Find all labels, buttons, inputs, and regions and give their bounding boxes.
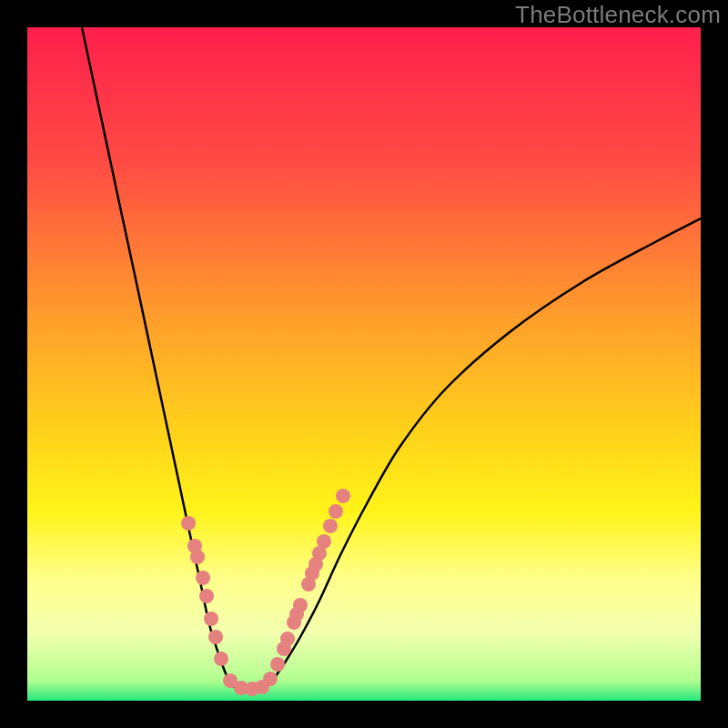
curve-group: [82, 27, 701, 689]
dot-group: [181, 489, 350, 696]
curve-right-branch: [264, 218, 701, 689]
data-dot: [280, 632, 295, 646]
data-dot: [190, 550, 205, 564]
chart-frame: [27, 27, 701, 701]
data-dot: [270, 657, 285, 672]
data-dot: [336, 489, 350, 503]
data-dot: [317, 534, 331, 549]
curve-left-branch: [82, 27, 237, 689]
data-dot: [199, 589, 214, 603]
data-dot: [181, 516, 196, 531]
data-dot: [208, 630, 223, 644]
data-dot: [196, 571, 210, 585]
data-dot: [204, 612, 218, 626]
chart-overlay: [27, 27, 701, 701]
data-dot: [329, 504, 343, 519]
data-dot: [263, 672, 278, 686]
data-dot: [214, 652, 228, 666]
watermark-text: TheBottleneck.com: [515, 1, 721, 29]
data-dot: [293, 598, 308, 612]
data-dot: [323, 519, 338, 533]
